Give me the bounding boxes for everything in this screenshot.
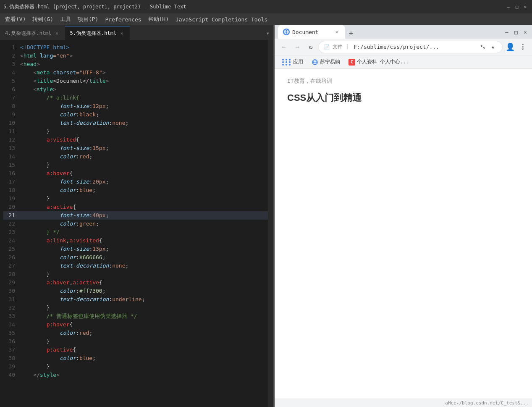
menu-goto[interactable]: 转到(G)	[29, 14, 56, 25]
url-text: F:/sublime/css/project/...	[354, 44, 476, 50]
table-row: 27 text-decoration:none;	[3, 262, 268, 270]
forward-button[interactable]: →	[291, 41, 303, 53]
browser-breadcrumb: IT教育，在线培训	[287, 77, 519, 85]
menu-tools[interactable]: 工具	[57, 14, 74, 25]
line-number: 22	[3, 220, 18, 228]
table-row: 10 text-decoration:none;	[3, 119, 268, 127]
reload-button[interactable]: ↻	[305, 41, 317, 53]
editor-pane: 4.复杂选择器.html ✕ 5.伪类选择器.html ✕ ▾ 1<!DOCTY…	[0, 25, 273, 407]
line-number: 27	[3, 262, 18, 270]
tab-globe-icon	[283, 29, 290, 35]
menu-project[interactable]: 项目(P)	[74, 14, 102, 25]
browser-title-bar: Document ✕ + — □ ✕	[275, 25, 532, 39]
table-row: 4 <meta charset="UTF-8">	[3, 68, 268, 77]
line-number: 26	[3, 253, 18, 262]
line-number: 25	[3, 245, 18, 253]
line-code: </style>	[18, 371, 268, 379]
table-row: 33 /* 普通标签也库使用伪类选择器 */	[3, 312, 268, 320]
browser-close-button[interactable]: ✕	[522, 29, 529, 35]
line-number: 32	[3, 304, 18, 312]
menu-help[interactable]: 帮助(H)	[145, 14, 172, 25]
translate-icon[interactable]	[479, 43, 487, 51]
bookmark-apps-label: 应用	[293, 58, 303, 66]
maximize-button[interactable]: □	[514, 3, 520, 10]
code-area: 1<!DOCTYPE html>2<html lang="en">3<head>…	[0, 40, 273, 407]
table-row: 32 }	[3, 304, 268, 312]
line-number: 35	[3, 329, 18, 337]
bookmark-suning-label: 苏宁易购	[320, 58, 340, 66]
table-row: 24 a:link,a:visited{	[3, 236, 268, 245]
menu-preferences[interactable]: Preferences	[102, 15, 144, 24]
scrollbar[interactable]	[268, 40, 273, 407]
line-code: /* 普通标签也库使用伪类选择器 */	[18, 312, 268, 320]
line-code: <title>Document</title>	[18, 77, 268, 85]
more-options-button[interactable]: ⋮	[517, 41, 529, 53]
browser-tab-document[interactable]: Document ✕	[278, 25, 345, 39]
address-bar[interactable]: 📄 文件 | F:/sublime/css/project/... ★	[318, 41, 503, 53]
line-code: }	[18, 304, 268, 312]
code-content[interactable]: 1<!DOCTYPE html>2<html lang="en">3<head>…	[0, 40, 268, 407]
bookmark-profile[interactable]: C 个人资料-个人中心...	[346, 58, 412, 66]
table-row: 5 <title>Document</title>	[3, 77, 268, 85]
line-number: 37	[3, 346, 18, 354]
profile-icon[interactable]: 👤	[504, 41, 516, 53]
table-row: 13 font-size:15px;	[3, 144, 268, 152]
bookmark-apps[interactable]: 应用	[280, 58, 306, 66]
table-row: 18 color:blue;	[3, 186, 268, 194]
line-code: }	[18, 127, 268, 136]
address-bar-icons: ★	[479, 43, 497, 51]
bookmark-profile-label: 个人资料-个人中心...	[357, 58, 409, 66]
bookmark-suning[interactable]: 苏宁易购	[309, 58, 343, 66]
line-code: color:green;	[18, 220, 268, 228]
tab-5[interactable]: 5.伪类选择器.html ✕	[65, 26, 130, 40]
back-button[interactable]: ←	[278, 41, 290, 53]
table-row: 23 } */	[3, 228, 268, 236]
tab-4[interactable]: 4.复杂选择器.html ✕	[0, 26, 65, 40]
line-code: color:#666666;	[18, 253, 268, 262]
table-row: 40 </style>	[3, 371, 268, 379]
line-code: a:hover{	[18, 169, 268, 178]
editor-title: 5.伪类选择器.html (project, project1, project…	[3, 3, 186, 11]
browser-tab-close[interactable]: ✕	[333, 29, 340, 35]
brand-icon: C	[349, 59, 355, 66]
table-row: 31 text-decoration:underline;	[3, 295, 268, 304]
browser-window-controls: — □ ✕	[503, 29, 529, 35]
line-code: text-decoration:none;	[18, 262, 268, 270]
browser-nav-bar: ← → ↻ 📄 文件 | F:/sublime/css/project/... …	[275, 39, 532, 55]
line-code: <head>	[18, 60, 268, 68]
menu-view[interactable]: 查看(V)	[2, 14, 29, 25]
browser-minimize-button[interactable]: —	[503, 29, 510, 35]
table-row: 2<html lang="en">	[3, 52, 268, 60]
line-number: 38	[3, 354, 18, 362]
line-number: 4	[3, 68, 18, 77]
tab-4-label: 4.复杂选择器.html	[5, 30, 52, 37]
line-code: text-decoration:none;	[18, 119, 268, 127]
url-prefix: 文件 |	[333, 43, 349, 50]
table-row: 1<!DOCTYPE html>	[3, 43, 268, 52]
new-tab-button[interactable]: +	[345, 27, 357, 39]
table-row: 28 }	[3, 270, 268, 278]
table-row: 29 a:hover,a:active{	[3, 278, 268, 287]
line-code: color:red;	[18, 152, 268, 161]
table-row: 25 font-size:13px;	[3, 245, 268, 253]
table-row: 22 color:green;	[3, 220, 268, 228]
browser-maximize-button[interactable]: □	[513, 29, 519, 35]
line-code: a:visited{	[18, 136, 268, 144]
bookmark-star-icon[interactable]: ★	[489, 43, 497, 51]
tab-dropdown[interactable]: ▾	[263, 26, 273, 40]
title-bar: 5.伪类选择器.html (project, project1, project…	[0, 0, 532, 13]
line-number: 10	[3, 119, 18, 127]
line-number: 16	[3, 169, 18, 178]
line-number: 17	[3, 178, 18, 186]
line-number: 21	[3, 211, 18, 220]
tab-5-close[interactable]: ✕	[119, 30, 125, 36]
close-button[interactable]: ✕	[522, 3, 529, 10]
menu-js-completions[interactable]: JavaScript Completions Tools	[172, 15, 271, 24]
minimize-button[interactable]: —	[505, 3, 512, 10]
table-row: 30 color:#ff7300;	[3, 287, 268, 295]
tab-4-close[interactable]: ✕	[54, 30, 60, 36]
line-number: 19	[3, 194, 18, 203]
table-row: 39 }	[3, 362, 268, 371]
main-area: 4.复杂选择器.html ✕ 5.伪类选择器.html ✕ ▾ 1<!DOCTY…	[0, 25, 532, 407]
line-number: 33	[3, 312, 18, 320]
